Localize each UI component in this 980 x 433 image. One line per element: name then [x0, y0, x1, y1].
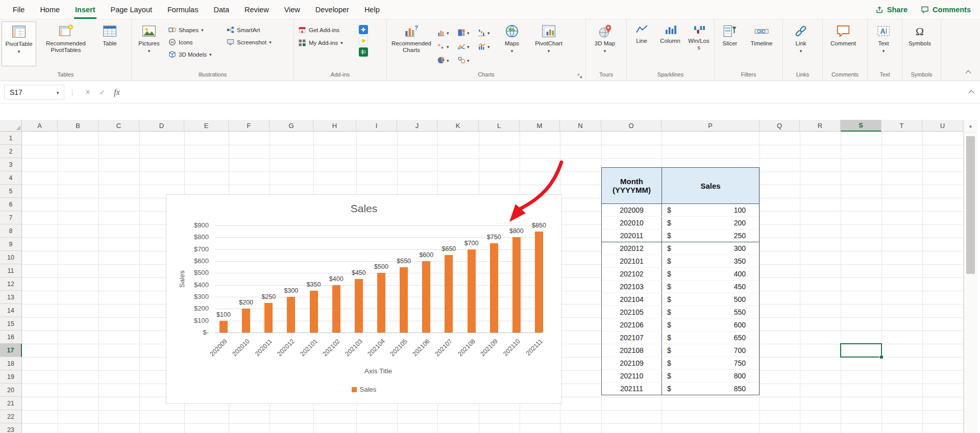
- column-header-M[interactable]: M: [520, 120, 560, 132]
- row-header-3[interactable]: 3: [0, 158, 22, 171]
- screenshot-button[interactable]: Screenshot: [224, 37, 287, 47]
- table-cell-month[interactable]: 202103: [602, 281, 662, 293]
- table-cell-sales[interactable]: $300: [662, 242, 759, 254]
- table-row[interactable]: 202012$300: [602, 242, 759, 255]
- tab-page-layout[interactable]: Page Layout: [103, 0, 160, 19]
- addin-shortcut-icon-yellow[interactable]: [359, 36, 368, 45]
- column-header-Q[interactable]: Q: [760, 120, 800, 132]
- row-header-8[interactable]: 8: [0, 224, 22, 238]
- recommended-charts-button[interactable]: ? Recommended Charts: [388, 21, 434, 66]
- column-header-B[interactable]: B: [58, 120, 99, 132]
- insert-bubble-chart-button[interactable]: [456, 53, 476, 67]
- table-cell-month[interactable]: 202107: [602, 332, 662, 344]
- column-header-T[interactable]: T: [881, 120, 922, 132]
- vertical-scrollbar[interactable]: [964, 120, 977, 433]
- row-header-7[interactable]: 7: [0, 211, 22, 224]
- collapse-formula-bar-button[interactable]: [963, 90, 980, 94]
- column-header-H[interactable]: H: [313, 120, 356, 132]
- table-cell-month[interactable]: 202011: [602, 230, 662, 242]
- tab-help[interactable]: Help: [357, 0, 387, 19]
- table-row[interactable]: 202111$850: [602, 383, 759, 395]
- enter-icon[interactable]: [95, 88, 109, 97]
- table-row[interactable]: 202104$500: [602, 293, 759, 306]
- column-header-K[interactable]: K: [437, 120, 479, 132]
- column-header-O[interactable]: O: [601, 120, 662, 132]
- row-header-19[interactable]: 19: [0, 370, 22, 384]
- tab-view[interactable]: View: [277, 0, 308, 19]
- active-cell-selection[interactable]: [840, 343, 882, 358]
- row-header-1[interactable]: 1: [0, 132, 22, 145]
- recommended-pivottables-button[interactable]: Recommended PivotTables: [37, 21, 94, 66]
- pivottable-button[interactable]: PivotTable: [2, 21, 36, 66]
- select-all-corner[interactable]: [0, 120, 22, 132]
- insert-line-chart-button[interactable]: [456, 39, 476, 53]
- table-cell-sales[interactable]: $450: [662, 281, 759, 293]
- smartart-button[interactable]: SmartArt: [224, 25, 287, 35]
- share-button[interactable]: Share: [875, 6, 908, 14]
- sparkline-line-button[interactable]: Line: [628, 21, 655, 66]
- column-header-G[interactable]: G: [270, 120, 313, 132]
- table-cell-month[interactable]: 202109: [602, 357, 662, 369]
- row-header-21[interactable]: 21: [0, 397, 22, 410]
- table-row[interactable]: 202110$800: [602, 370, 759, 383]
- tab-review[interactable]: Review: [237, 0, 277, 19]
- table-cell-sales[interactable]: $800: [662, 370, 759, 382]
- column-header-I[interactable]: I: [356, 120, 397, 132]
- row-header-12[interactable]: 12: [0, 277, 22, 291]
- column-header-D[interactable]: D: [139, 120, 184, 132]
- table-header-sales[interactable]: Sales: [662, 168, 759, 203]
- tab-file[interactable]: File: [5, 0, 32, 19]
- table-header-month[interactable]: Month (YYYYMM): [602, 168, 662, 203]
- table-cell-sales[interactable]: $350: [662, 255, 759, 267]
- tab-home[interactable]: Home: [32, 0, 67, 19]
- my-addins-button[interactable]: My Add-ins: [296, 38, 358, 48]
- insert-function-icon[interactable]: [109, 88, 125, 97]
- table-row[interactable]: 202107$650: [602, 332, 759, 344]
- row-header-2[interactable]: 2: [0, 145, 22, 158]
- icons-button[interactable]: Icons: [166, 37, 223, 47]
- collapse-ribbon-button[interactable]: [964, 68, 973, 77]
- row-header-4[interactable]: 4: [0, 171, 22, 185]
- column-header-P[interactable]: P: [662, 120, 760, 132]
- column-header-A[interactable]: A: [22, 120, 58, 132]
- formula-input[interactable]: [125, 81, 963, 103]
- row-header-13[interactable]: 13: [0, 291, 22, 304]
- formula-bar-resizer[interactable]: [69, 88, 76, 96]
- row-header-11[interactable]: 11: [0, 264, 22, 277]
- table-cell-month[interactable]: 202111: [602, 383, 662, 395]
- tab-formulas[interactable]: Formulas: [160, 0, 206, 19]
- row-header-16[interactable]: 16: [0, 330, 22, 344]
- addin-shortcut-icon-green[interactable]: [359, 47, 368, 57]
- table-row[interactable]: 202010$200: [602, 217, 759, 230]
- pivotchart-button[interactable]: PivotChart: [527, 21, 570, 66]
- comment-button[interactable]: Comment: [824, 21, 862, 66]
- red-annotation-arrow[interactable]: [485, 149, 587, 246]
- row-header-14[interactable]: 14: [0, 304, 22, 317]
- table-cell-sales[interactable]: $100: [662, 204, 759, 216]
- name-box[interactable]: S17: [4, 85, 64, 99]
- comments-button[interactable]: Comments: [921, 6, 971, 14]
- column-header-R[interactable]: R: [800, 120, 841, 132]
- maps-button[interactable]: Maps: [498, 21, 526, 66]
- table-cell-sales[interactable]: $850: [662, 383, 759, 395]
- table-cell-sales[interactable]: $400: [662, 268, 759, 280]
- tab-insert[interactable]: Insert: [67, 0, 103, 19]
- tab-data[interactable]: Data: [206, 0, 237, 19]
- column-header-U[interactable]: U: [922, 120, 963, 132]
- table-cell-month[interactable]: 202012: [602, 242, 662, 254]
- table-cell-sales[interactable]: $750: [662, 357, 759, 369]
- column-header-F[interactable]: F: [229, 120, 270, 132]
- column-header-N[interactable]: N: [560, 120, 601, 132]
- slicer-button[interactable]: Slicer: [716, 21, 744, 66]
- get-addins-button[interactable]: Get Add-ins: [296, 25, 358, 35]
- column-header-E[interactable]: E: [184, 120, 229, 132]
- 3d-map-button[interactable]: 3D Map: [587, 21, 622, 66]
- row-header-5[interactable]: 5: [0, 185, 22, 198]
- row-header-23[interactable]: 23: [0, 423, 22, 433]
- timeline-button[interactable]: Timeline: [745, 21, 778, 66]
- insert-column-chart-button[interactable]: [435, 26, 456, 39]
- row-header-6[interactable]: 6: [0, 198, 22, 211]
- table-cell-sales[interactable]: $650: [662, 332, 759, 344]
- row-header-15[interactable]: 15: [0, 317, 22, 330]
- column-header-S[interactable]: S: [841, 120, 881, 132]
